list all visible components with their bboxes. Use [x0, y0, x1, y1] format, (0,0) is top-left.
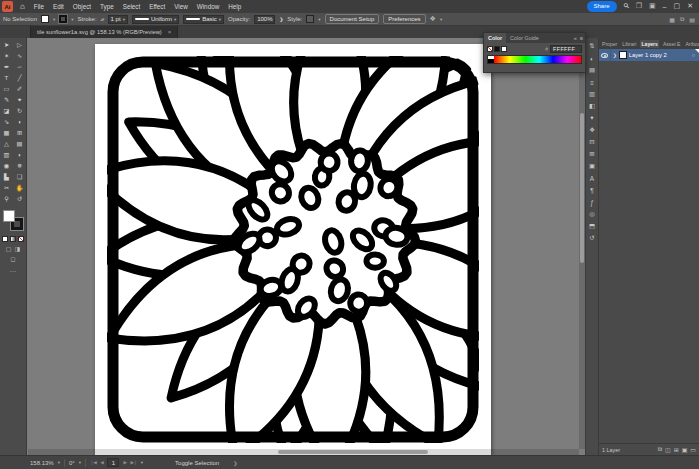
- document-setup-button[interactable]: Document Setup: [325, 14, 380, 24]
- opentype-panel-icon[interactable]: ƒ: [590, 196, 594, 208]
- minimize-button[interactable]: –: [663, 3, 667, 10]
- fill-swatch[interactable]: [41, 15, 49, 23]
- width-profile-dropdown-icon[interactable]: ▾: [174, 17, 176, 22]
- stroke-weight-dropdown-icon[interactable]: ▾: [123, 17, 125, 22]
- make-clipping-mask-icon[interactable]: ◫: [665, 446, 671, 453]
- width-tool[interactable]: ◖: [13, 116, 26, 127]
- symbol-sprayer-tool[interactable]: ✵: [13, 160, 26, 171]
- previous-artboard-icon[interactable]: ◀: [100, 460, 103, 465]
- menu-window[interactable]: Window: [197, 3, 219, 10]
- vertical-scrollbar-thumb[interactable]: [580, 113, 584, 263]
- curvature-tool[interactable]: ∽: [13, 61, 26, 72]
- opacity-options-icon[interactable]: ❯: [279, 17, 283, 22]
- spectrum-hue-segment[interactable]: [494, 56, 581, 63]
- screen-mode-icon[interactable]: ◻: [11, 255, 16, 262]
- color-panel-tab-color-guide[interactable]: Color Guide: [506, 33, 543, 43]
- hex-color-field[interactable]: FFFFFF: [550, 45, 582, 53]
- paragraph-panel-icon[interactable]: ¶: [590, 184, 593, 196]
- draw-normal-icon[interactable]: ▢: [6, 245, 12, 252]
- zoom-dropdown-icon[interactable]: ▾: [58, 460, 60, 465]
- panel-tab-librari[interactable]: Librari: [621, 40, 637, 48]
- draw-behind-icon[interactable]: ◨: [15, 245, 21, 252]
- none-chip[interactable]: [18, 236, 24, 242]
- stroke-weight-field[interactable]: 1 pt ▾: [108, 15, 128, 24]
- stroke-dropdown-icon[interactable]: ▾: [71, 17, 73, 22]
- line-segment-tool[interactable]: ╱: [13, 72, 26, 83]
- new-layer-icon[interactable]: ▣: [682, 446, 688, 453]
- lasso-tool[interactable]: ∿: [13, 50, 26, 61]
- asset-export-panel-icon[interactable]: ⬒: [589, 220, 595, 232]
- fill-mini-swatch[interactable]: [501, 46, 507, 52]
- color-spectrum-bar[interactable]: [487, 55, 582, 64]
- rectangle-tool[interactable]: ▭: [0, 83, 13, 94]
- touch-workspace-icon[interactable]: ▦: [669, 16, 675, 23]
- shaper-tool[interactable]: ✦: [13, 94, 26, 105]
- shape-builder-tool[interactable]: ⊞: [13, 127, 26, 138]
- type-tool[interactable]: T: [0, 72, 13, 83]
- fill-dropdown-icon[interactable]: ▾: [53, 17, 55, 22]
- layer-thumbnail[interactable]: [619, 51, 627, 59]
- direct-selection-tool[interactable]: ▷: [13, 39, 26, 50]
- free-transform-tool[interactable]: ▦: [0, 127, 13, 138]
- graphic-styles-panel-icon[interactable]: ❖: [589, 124, 595, 136]
- collect-for-export-icon[interactable]: ⧉: [658, 446, 662, 453]
- rotate-tool[interactable]: ↻: [13, 105, 26, 116]
- menu-object[interactable]: Object: [73, 3, 91, 10]
- mesh-tool[interactable]: ▤: [13, 138, 26, 149]
- hide-panels-icon[interactable]: ▤: [689, 16, 695, 23]
- magic-wand-tool[interactable]: ✶: [0, 50, 13, 61]
- maximize-button[interactable]: ▢: [674, 2, 681, 10]
- document-tab[interactable]: tile sunflower1a.svg @ 158.13 % (RGB/Pre…: [30, 26, 178, 38]
- width-profile-select[interactable]: Uniform ▾: [132, 15, 179, 24]
- gradient-chip[interactable]: [10, 236, 16, 242]
- zoom-level[interactable]: 158.13%: [30, 460, 54, 466]
- share-button[interactable]: Share: [587, 1, 617, 11]
- workspace-switcher-icon[interactable]: ▣: [649, 2, 656, 10]
- panel-tab-proper[interactable]: Proper: [601, 40, 618, 48]
- brush-dropdown-icon[interactable]: ▾: [219, 17, 221, 22]
- none-swatch[interactable]: [487, 46, 493, 52]
- arrange-windows-icon[interactable]: ⧉: [680, 16, 684, 23]
- menu-effect[interactable]: Effect: [149, 3, 165, 10]
- panel-tab-asset-e[interactable]: Asset E: [662, 40, 682, 48]
- column-graph-tool[interactable]: ▙: [0, 171, 13, 182]
- stroke-swatch[interactable]: [59, 15, 67, 23]
- character-panel-icon[interactable]: A: [590, 172, 594, 184]
- panel-tab-layers[interactable]: Layers: [640, 40, 658, 48]
- color-panel-icon[interactable]: ◐: [590, 52, 594, 64]
- perspective-grid-tool[interactable]: △: [0, 138, 13, 149]
- scale-tool[interactable]: ⇘: [0, 116, 13, 127]
- paintbrush-tool[interactable]: ✐: [13, 83, 26, 94]
- rotation-value[interactable]: 0°: [69, 460, 75, 466]
- last-artboard-icon[interactable]: ▶❘: [130, 460, 136, 465]
- color-panel-tab-color[interactable]: Color: [484, 33, 506, 43]
- layer-name[interactable]: Layer 1 copy 2: [629, 52, 692, 58]
- pen-tool[interactable]: ✒: [0, 61, 13, 72]
- canvas-area[interactable]: [28, 38, 585, 455]
- menu-file[interactable]: File: [34, 3, 44, 10]
- rotation-dropdown-icon[interactable]: ▾: [79, 460, 81, 465]
- artboard-number-field[interactable]: 1: [107, 458, 119, 467]
- panel-menu-icon[interactable]: ≡: [580, 35, 583, 41]
- layer-row[interactable]: ❯ Layer 1 copy 2 ○: [599, 49, 699, 61]
- menu-type[interactable]: Type: [100, 3, 114, 10]
- transform-panel-icon[interactable]: ▣: [589, 160, 595, 172]
- home-icon[interactable]: ⌂: [20, 3, 25, 11]
- recolor-artwork-icon[interactable]: ❖: [430, 15, 436, 23]
- selection-tool[interactable]: ➤: [0, 39, 13, 50]
- transparency-panel-icon[interactable]: ◧: [589, 100, 595, 112]
- brush-definition-select[interactable]: Basic ▾: [183, 15, 224, 24]
- blend-tool[interactable]: ◉: [0, 160, 13, 171]
- style-swatch[interactable]: [306, 15, 314, 23]
- symbols-panel-icon[interactable]: ◎: [589, 208, 595, 220]
- swap-panel-icon[interactable]: ⇅: [589, 40, 594, 52]
- slice-tool[interactable]: ✂: [0, 182, 13, 193]
- menu-view[interactable]: View: [174, 3, 188, 10]
- pathfinder-panel-icon[interactable]: ⊞: [589, 148, 594, 160]
- preferences-button[interactable]: Preferences: [383, 14, 425, 24]
- collapse-panel-icon[interactable]: «: [574, 35, 577, 41]
- next-artboard-icon[interactable]: ▶: [123, 460, 126, 465]
- eyedropper-tool[interactable]: ◗: [13, 149, 26, 160]
- sunflower-artwork[interactable]: [95, 44, 491, 455]
- artboard-tool[interactable]: ❏: [13, 171, 26, 182]
